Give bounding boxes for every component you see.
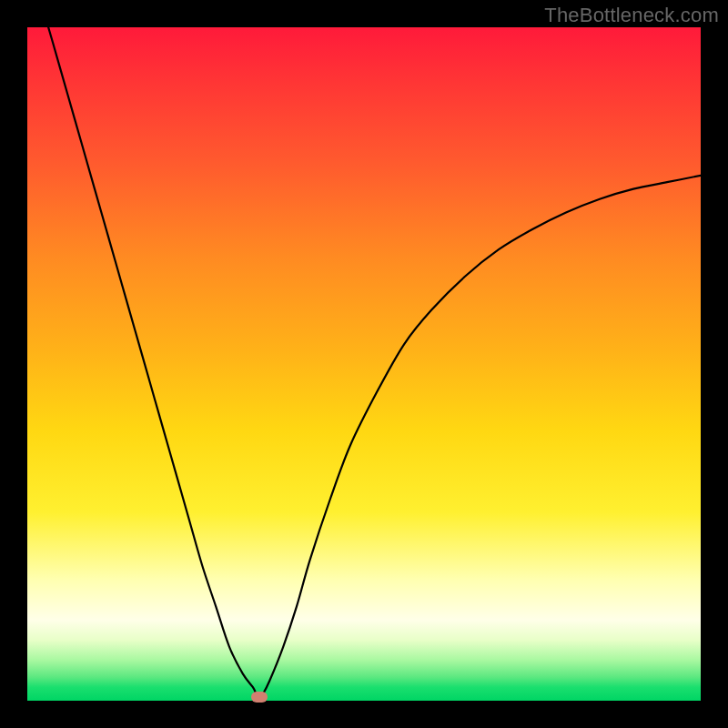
- chart-plot-area: [27, 27, 701, 701]
- optimal-point-marker: [251, 692, 268, 703]
- bottleneck-curve: [27, 27, 701, 697]
- watermark-label: TheBottleneck.com: [544, 4, 719, 27]
- chart-curve-svg: [27, 27, 701, 701]
